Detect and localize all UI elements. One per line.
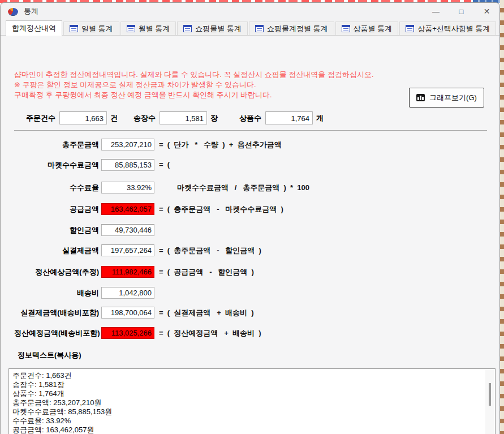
window-controls: — □ ✕ bbox=[423, 3, 499, 20]
row-formula: 마켓수수료금액 / 총주문금액 ) * 100 bbox=[177, 183, 309, 193]
view-graph-button[interactable]: 그래프보기(G) bbox=[409, 88, 484, 108]
tab-daily-stats[interactable]: 일별 통계 bbox=[63, 22, 119, 35]
invoice-count-label: 송장수 bbox=[133, 113, 156, 123]
pie-chart-app-icon bbox=[8, 8, 18, 15]
background-window-sliver-right bbox=[500, 0, 504, 434]
bar-chart-icon bbox=[416, 94, 425, 101]
tab-label: 합계정산내역 bbox=[12, 23, 56, 33]
row-formula: = ( 실결제금액 + 배송비 ) bbox=[159, 308, 254, 318]
report-icon bbox=[255, 25, 264, 32]
tab-label: 쇼핑몰별 통계 bbox=[195, 24, 242, 34]
row-value-field[interactable]: 33.92% bbox=[101, 182, 154, 194]
tab-bar: 합계정산내역 일별 통계 월별 통계 쇼핑몰별 통계 쇼핑몰계정별 통계 상품별… bbox=[1, 20, 499, 36]
order-count-unit: 건 bbox=[110, 113, 118, 123]
tab-mall-account-stats[interactable]: 쇼핑몰계정별 통계 bbox=[249, 22, 334, 35]
row-formula: = ( bbox=[159, 160, 170, 169]
notice-line-3: 구매확정 후 쿠팡윙에서 최종 정산 예정 금액을 반드시 확인해 주시기 바랍… bbox=[14, 90, 272, 100]
info-text-label: 정보텍스트(복사용) bbox=[18, 350, 81, 360]
tab-page-total-settlement: 샵마인이 추정한 정산예정내역입니다. 실제와 다를 수 있습니다. 꼭 실정산… bbox=[1, 36, 499, 434]
close-window-button[interactable]: ✕ bbox=[474, 3, 499, 20]
minimize-button[interactable]: — bbox=[423, 3, 449, 20]
row-value-field[interactable]: 113,025,266 bbox=[101, 327, 154, 339]
tab-total-settlement[interactable]: 합계정산내역 bbox=[6, 20, 62, 36]
row-formula: = ( 총주문금액 - 마켓수수료금액 ) bbox=[159, 204, 283, 214]
product-count-field[interactable] bbox=[265, 111, 313, 124]
tab-label: 쇼핑몰계정별 통계 bbox=[267, 24, 328, 34]
tab-label: 상품+선택사항별 통계 bbox=[417, 24, 490, 34]
title-bar: 통계 — □ ✕ bbox=[1, 3, 499, 20]
row-formula: = ( 단가 * 수량 ) + 옵션추가금액 bbox=[159, 140, 282, 150]
row-value-field[interactable]: 85,885,153 bbox=[101, 159, 154, 171]
tab-product-option-stats[interactable]: 상품+선택사항별 통계 bbox=[399, 22, 496, 35]
report-icon bbox=[70, 25, 78, 32]
row-formula: = ( 정산예정금액 + 배송비 ) bbox=[159, 328, 261, 338]
row-label: 수수료율 bbox=[14, 183, 99, 193]
tab-label: 일별 통계 bbox=[81, 24, 113, 34]
report-icon bbox=[406, 25, 414, 32]
maximize-button[interactable]: □ bbox=[449, 3, 474, 20]
tab-monthly-stats[interactable]: 월별 통계 bbox=[120, 22, 176, 35]
statistics-dialog: 통계 — □ ✕ 합계정산내역 일별 통계 월별 통계 쇼핑몰별 통계 쇼핑몰계… bbox=[0, 2, 500, 434]
tab-mall-stats[interactable]: 쇼핑몰별 통계 bbox=[177, 22, 248, 35]
row-formula: = ( 총주문금액 - 할인금액 ) bbox=[159, 246, 261, 256]
row-label: 공급금액 bbox=[14, 204, 99, 214]
tab-label: 월별 통계 bbox=[139, 24, 170, 34]
product-count-unit: 개 bbox=[316, 113, 324, 123]
row-label: 할인금액 bbox=[14, 225, 99, 235]
invoice-count-field[interactable] bbox=[160, 111, 207, 124]
scrollbar-thumb[interactable] bbox=[489, 383, 491, 406]
row-value-field[interactable]: 111,982,466 bbox=[101, 266, 154, 278]
tab-label: 상품별 통계 bbox=[354, 24, 393, 34]
order-count-field[interactable] bbox=[59, 111, 107, 124]
row-value-field[interactable]: 163,462,057 bbox=[101, 203, 154, 215]
notice-line-1: 샵마인이 추정한 정산예정내역입니다. 실제와 다를 수 있습니다. 꼭 실정산… bbox=[14, 70, 374, 80]
info-text-scrollbar[interactable] bbox=[485, 369, 494, 434]
row-value-field[interactable]: 49,730,446 bbox=[101, 224, 154, 236]
window-title: 통계 bbox=[24, 6, 38, 16]
invoice-count-unit: 장 bbox=[210, 113, 218, 123]
section-divider bbox=[14, 130, 487, 131]
row-formula: = ( 공급금액 - 할인금액 ) bbox=[159, 267, 254, 277]
row-value-field[interactable]: 198,700,064 bbox=[101, 307, 154, 319]
row-value-field[interactable]: 253,207,210 bbox=[101, 139, 154, 151]
row-label: 실결제금액 bbox=[14, 246, 99, 256]
report-icon bbox=[342, 25, 350, 32]
info-text-area[interactable]: 주문건수: 1,663건 송장수: 1,581장 상품수: 1,764개 총주문… bbox=[9, 369, 485, 434]
tab-product-stats[interactable]: 상품별 통계 bbox=[335, 22, 399, 35]
info-text-area-frame: 주문건수: 1,663건 송장수: 1,581장 상품수: 1,764개 총주문… bbox=[8, 368, 496, 434]
row-label: 실결제금액(배송비포함) bbox=[14, 308, 99, 318]
order-count-label: 주문건수 bbox=[26, 113, 55, 123]
row-label: 배송비 bbox=[14, 288, 99, 298]
report-icon bbox=[183, 25, 192, 32]
row-value-field[interactable]: 1,042,800 bbox=[101, 287, 154, 299]
row-label: 총주문금액 bbox=[14, 140, 99, 150]
row-label: 마켓수수료금액 bbox=[14, 160, 99, 170]
notice-line-2: ※ 쿠팡은 할인 정보 미제공으로 실제 정산금과 차이가 발생할 수 있습니다… bbox=[14, 80, 256, 90]
view-graph-button-label: 그래프보기(G) bbox=[429, 93, 477, 103]
row-label: 정산예상금액(추정) bbox=[14, 267, 99, 277]
report-icon bbox=[127, 25, 135, 32]
row-label: 정산예정금액(배송비포함) bbox=[14, 328, 99, 338]
product-count-label: 상품수 bbox=[239, 113, 261, 123]
row-value-field[interactable]: 197,657,264 bbox=[101, 244, 154, 256]
counts-row: 주문건수 건 송장수 장 상품수 개 bbox=[26, 111, 324, 124]
